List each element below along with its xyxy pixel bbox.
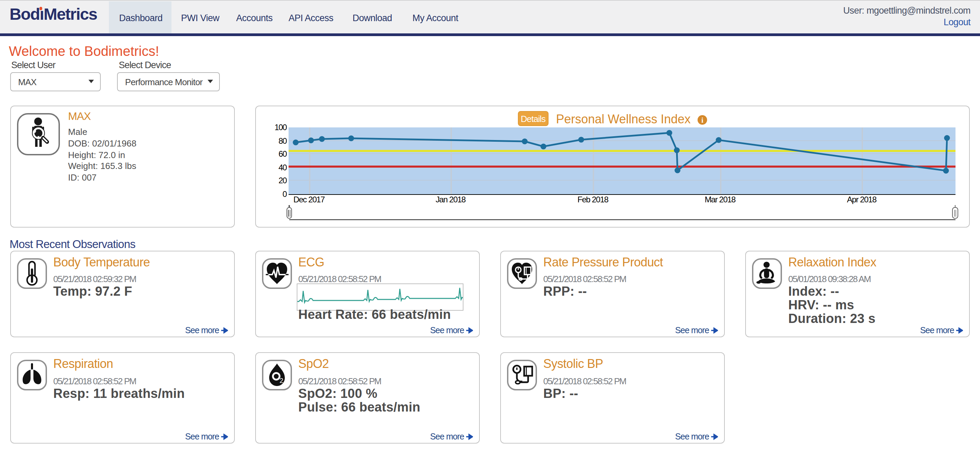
svg-text:2: 2 <box>279 377 283 385</box>
